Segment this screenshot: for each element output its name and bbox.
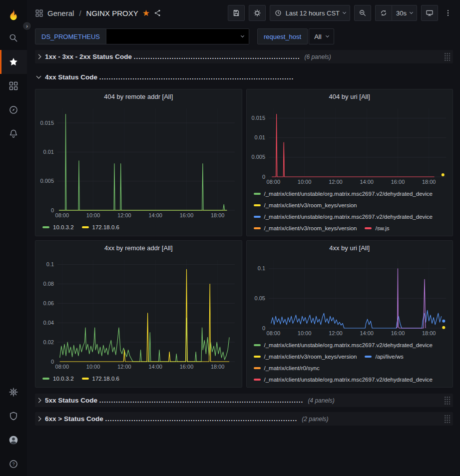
- zoom-out-button[interactable]: [354, 5, 371, 21]
- row-5xx[interactable]: 5xx Status Code ........................…: [35, 394, 453, 407]
- sidebar-item-dashboards[interactable]: [0, 74, 27, 98]
- refresh-group: 30s: [375, 5, 417, 21]
- legend-label: /_matrix/client/v3/room_keys/version: [264, 202, 357, 208]
- legend-item[interactable]: /_matrix/client/v3/room_keys/version: [254, 351, 357, 362]
- legend-swatch: [365, 227, 372, 229]
- legend-label: /_matrix/client/unstable/org.matrix.msc2…: [264, 214, 433, 220]
- sidebar-item-profile[interactable]: [0, 428, 27, 452]
- more-options-button[interactable]: [442, 5, 454, 21]
- request-host-value-control: All: [309, 28, 334, 44]
- time-series-chart[interactable]: 00.0050.010.01508:0010:0012:0014:0016:00…: [35, 103, 242, 219]
- legend-item[interactable]: /_matrix/client/unstable/org.matrix.msc2…: [254, 374, 433, 385]
- svg-text:0.08: 0.08: [43, 281, 54, 287]
- panel-legend: 10.0.3.2172.18.0.6: [35, 371, 242, 387]
- row-title: 4xx Status Code ........................…: [45, 73, 294, 81]
- legend-swatch: [254, 344, 261, 346]
- svg-text:14:00: 14:00: [360, 179, 374, 185]
- legend-label: /sw.js: [375, 225, 389, 231]
- legend-label: /_matrix/client/unstable/org.matrix.msc2…: [264, 342, 433, 348]
- legend-item[interactable]: /_matrix/client/unstable/org.matrix.msc2…: [254, 188, 433, 199]
- tv-mode-button[interactable]: [421, 5, 438, 21]
- legend-item[interactable]: 10.0.3.2: [42, 373, 74, 384]
- clock-icon: [274, 9, 282, 17]
- row-4xx[interactable]: 4xx Status Code ........................…: [35, 70, 453, 84]
- panel-grid: 404 by remote addr [All] 00.0050.010.015…: [35, 89, 453, 388]
- breadcrumb-section[interactable]: General: [47, 9, 74, 17]
- panel-title[interactable]: 4xx by remote addr [All]: [35, 241, 242, 255]
- datasource-variable-dropdown[interactable]: [106, 28, 249, 44]
- row-drag-handle[interactable]: [444, 52, 450, 61]
- sidebar-item-explore[interactable]: [0, 98, 27, 122]
- row-title: 5xx Status Code ........................…: [45, 397, 303, 404]
- sidebar-item-server-admin[interactable]: [0, 404, 27, 428]
- sidebar-item-help[interactable]: ?: [0, 452, 27, 476]
- favorite-star-icon[interactable]: ★: [142, 9, 150, 17]
- legend-item[interactable]: /_matrix/client/unstable/org.matrix.msc2…: [254, 339, 433, 351]
- chevron-down-icon: [241, 34, 244, 37]
- time-range-picker[interactable]: Last 12 hours CST: [270, 5, 350, 21]
- chevron-down-icon: [410, 10, 413, 14]
- sidebar-expand-button[interactable]: ›: [22, 21, 31, 30]
- time-range-label: Last 12 hours CST: [286, 9, 340, 17]
- monitor-icon: [426, 9, 434, 17]
- request-host-dropdown[interactable]: All: [309, 28, 334, 44]
- row-6xx[interactable]: 6xx > Status Code ......................…: [35, 412, 453, 426]
- breadcrumb: General / NGINX PROXY ★: [35, 9, 162, 17]
- svg-text:08:00: 08:00: [266, 330, 280, 336]
- refresh-interval-dropdown[interactable]: 30s: [392, 5, 417, 21]
- panel-title[interactable]: 4xx by uri [All]: [247, 241, 453, 255]
- row-panel-count: (6 panels): [304, 53, 331, 60]
- svg-text:12:00: 12:00: [117, 364, 131, 370]
- panel-title[interactable]: 404 by remote addr [All]: [35, 89, 242, 103]
- svg-text:18:00: 18:00: [211, 364, 225, 370]
- sidebar-item-starred[interactable]: [0, 50, 27, 74]
- svg-text:08:00: 08:00: [266, 179, 280, 185]
- variables-submenu: DS_PROMETHEUS request_host All: [27, 26, 460, 47]
- row-1xx-3xx-2xx[interactable]: 1xx - 3xx - 2xx Status Code ............…: [35, 50, 453, 63]
- sidebar-item-configuration[interactable]: [0, 380, 27, 404]
- dashboard-toolbar: General / NGINX PROXY ★: [27, 0, 460, 26]
- legend-item[interactable]: 172.18.0.6: [82, 221, 119, 233]
- legend-swatch: [42, 226, 49, 228]
- time-series-chart[interactable]: 00.0050.010.01508:0010:0012:0014:0016:00…: [247, 103, 453, 186]
- sidebar-item-search[interactable]: [0, 26, 27, 50]
- row-drag-handle[interactable]: [444, 415, 450, 423]
- svg-text:10:00: 10:00: [297, 179, 311, 185]
- datasource-variable-label: DS_PROMETHEUS: [35, 28, 106, 44]
- zoom-out-icon: [359, 9, 367, 17]
- dashboard-settings-button[interactable]: [249, 5, 266, 21]
- legend-item[interactable]: 172.18.0.6: [82, 373, 119, 384]
- sidebar: ›: [0, 0, 27, 476]
- legend-label: /api/live/ws: [375, 354, 403, 360]
- panel-title[interactable]: 404 by uri [All]: [247, 89, 453, 103]
- refresh-button[interactable]: [375, 5, 392, 21]
- legend-item[interactable]: /_matrix/client/v3/room_keys/version: [254, 199, 357, 211]
- legend-label: 172.18.0.6: [92, 224, 119, 230]
- svg-text:0.05: 0.05: [254, 295, 265, 301]
- svg-text:0.1: 0.1: [257, 265, 265, 271]
- chevron-down-icon: [343, 10, 346, 14]
- row-drag-handle[interactable]: [444, 396, 450, 405]
- panel-legend: /_matrix/client/unstable/org.matrix.msc2…: [247, 186, 453, 236]
- shield-icon: [8, 411, 18, 421]
- svg-text:0.015: 0.015: [40, 120, 54, 126]
- legend-swatch: [254, 379, 261, 381]
- legend-item[interactable]: 10.0.3.2: [42, 221, 74, 233]
- legend-item[interactable]: /sw.js: [365, 222, 389, 234]
- svg-text:16:00: 16:00: [180, 364, 194, 370]
- save-dashboard-button[interactable]: [228, 5, 245, 21]
- time-series-chart[interactable]: 00.050.108:0010:0012:0014:0016:0018:00: [247, 255, 453, 337]
- time-series-chart[interactable]: 00.020.040.060.080.108:0010:0012:0014:00…: [35, 255, 242, 371]
- legend-item[interactable]: /_matrix/client/unstable/org.matrix.msc2…: [254, 211, 433, 222]
- legend-swatch: [42, 378, 49, 380]
- grafana-logo-icon[interactable]: [3, 4, 23, 26]
- dashboard-title[interactable]: NGINX PROXY: [86, 9, 138, 17]
- legend-item[interactable]: /_matrix/client/v3/room_keys/version: [254, 222, 357, 234]
- legend-item[interactable]: /api/live/ws: [365, 351, 403, 362]
- legend-item[interactable]: /_matrix/client/r0/sync: [254, 362, 320, 374]
- svg-text:0: 0: [51, 359, 54, 365]
- legend-label: /_matrix/client/v3/room_keys/version: [264, 225, 357, 231]
- breadcrumb-separator: /: [79, 9, 81, 17]
- sidebar-item-alerting[interactable]: [0, 122, 27, 146]
- share-icon[interactable]: [154, 9, 162, 17]
